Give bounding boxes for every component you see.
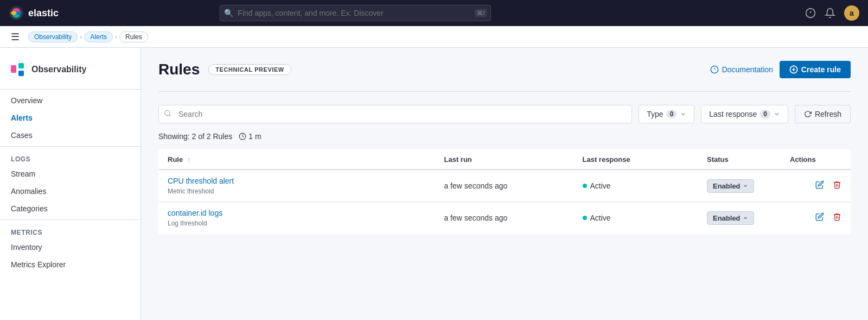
column-actions: Actions — [781, 150, 851, 170]
user-avatar[interactable]: a — [844, 5, 859, 21]
enabled-button-1[interactable]: Enabled — [707, 179, 754, 193]
cell-actions-2 — [781, 202, 851, 234]
elastic-wordmark: elastic — [28, 8, 59, 19]
rules-table: Rule ↑ Last run Last response Status Act… — [158, 149, 851, 234]
alerts-icon[interactable] — [825, 8, 835, 18]
sidebar-section-logs: Logs — [0, 149, 141, 165]
sidebar-header: Observability — [0, 57, 141, 87]
breadcrumb-observability[interactable]: Observability — [28, 32, 78, 42]
cell-rule-2: container.id logs Log threshold — [159, 202, 436, 234]
table-header: Rule ↑ Last run Last response Status Act… — [159, 150, 851, 170]
refresh-icon — [804, 110, 812, 118]
cell-actions-1 — [781, 170, 851, 202]
action-icons-2 — [790, 212, 841, 223]
sidebar-item-stream[interactable]: Stream — [0, 165, 141, 183]
column-status: Status — [698, 150, 781, 170]
rule-type-1: Metric threshold — [168, 187, 214, 195]
table-row: container.id logs Log threshold a few se… — [159, 202, 851, 234]
status-dot-2 — [583, 216, 587, 220]
status-active-1: Active — [583, 181, 690, 190]
sidebar-divider-top — [0, 89, 141, 90]
create-rule-button[interactable]: Create rule — [780, 61, 851, 78]
main-layout: Observability Overview Alerts Cases Logs… — [0, 48, 868, 320]
table-body: CPU threshold alert Metric threshold a f… — [159, 170, 851, 234]
search-icon — [164, 110, 171, 119]
sidebar-item-alerts[interactable]: Alerts — [0, 109, 141, 127]
column-lastrun: Last run — [436, 150, 574, 170]
chevron-down-icon-4 — [743, 215, 748, 221]
sidebar-logo-icon — [9, 61, 26, 78]
technical-preview-badge: TECHNICAL PREVIEW — [208, 64, 291, 75]
breadcrumb-alerts[interactable]: Alerts — [84, 32, 113, 42]
status-dot-1 — [583, 184, 587, 188]
sidebar: Observability Overview Alerts Cases Logs… — [0, 48, 141, 320]
notifications-icon[interactable] — [805, 8, 816, 18]
svg-point-3 — [11, 11, 16, 15]
sidebar-divider-logs — [0, 146, 141, 147]
delete-icon-1[interactable] — [833, 180, 841, 191]
stats-row: Showing: 2 of 2 Rules 1 m — [158, 132, 851, 141]
sidebar-item-metrics-explorer[interactable]: Metrics Explorer — [0, 256, 141, 273]
sidebar-item-overview[interactable]: Overview — [0, 92, 141, 109]
svg-rect-6 — [11, 65, 16, 73]
rule-type-2: Log threshold — [168, 219, 207, 227]
last-response-filter-button[interactable]: Last response 0 — [701, 105, 788, 123]
chevron-down-icon-2 — [774, 111, 780, 117]
sidebar-item-categories[interactable]: Categories — [0, 200, 141, 217]
sidebar-item-anomalies[interactable]: Anomalies — [0, 183, 141, 200]
search-shortcut: ⌘/ — [475, 9, 487, 17]
content-divider — [158, 91, 851, 92]
delete-icon-2[interactable] — [833, 212, 841, 223]
action-icons-1 — [790, 180, 841, 191]
cell-status-1: Enabled — [698, 170, 781, 202]
svg-rect-7 — [18, 63, 24, 68]
search-box — [158, 105, 632, 123]
header-actions: Documentation Create rule — [710, 61, 851, 78]
svg-rect-8 — [18, 71, 24, 76]
type-filter-button[interactable]: Type 0 — [639, 105, 694, 123]
svg-point-4 — [16, 11, 22, 15]
cell-lastrun-1: a few seconds ago — [436, 170, 574, 202]
main-content: Rules TECHNICAL PREVIEW Documentation Cr… — [141, 48, 868, 320]
sidebar-title: Observability — [31, 65, 86, 74]
page-header: Rules TECHNICAL PREVIEW Documentation Cr… — [158, 61, 851, 78]
cell-status-2: Enabled — [698, 202, 781, 234]
filter-row: Type 0 Last response 0 Refresh — [158, 105, 851, 123]
page-title: Rules — [158, 61, 200, 78]
rule-name-link-1[interactable]: CPU threshold alert — [168, 177, 427, 185]
last-response-count: 0 — [760, 110, 770, 118]
sidebar-item-inventory[interactable]: Inventory — [0, 239, 141, 256]
edit-icon-1[interactable] — [815, 180, 824, 191]
rule-name-link-2[interactable]: container.id logs — [168, 209, 427, 217]
type-filter-count: 0 — [667, 110, 677, 118]
cell-rule-1: CPU threshold alert Metric threshold — [159, 170, 436, 202]
breadcrumb-rules: Rules — [119, 32, 148, 42]
showing-count: Showing: 2 of 2 Rules — [158, 132, 232, 141]
edit-icon-2[interactable] — [815, 212, 824, 223]
breadcrumb-arrow-2: › — [115, 33, 117, 41]
elastic-logo[interactable]: elastic — [9, 5, 59, 21]
topnav-icons: a — [805, 5, 859, 21]
interval-value: 1 m — [248, 132, 261, 141]
documentation-button[interactable]: Documentation — [710, 65, 773, 74]
documentation-icon — [710, 65, 719, 74]
column-rule: Rule ↑ — [159, 150, 436, 170]
stats-interval: 1 m — [239, 132, 261, 141]
hamburger-menu[interactable]: ☰ — [9, 29, 22, 45]
chevron-down-icon — [680, 111, 686, 117]
sidebar-item-cases[interactable]: Cases — [0, 127, 141, 144]
clock-icon — [239, 133, 246, 140]
search-icon: 🔍 — [224, 9, 233, 17]
enabled-button-2[interactable]: Enabled — [707, 211, 754, 225]
breadcrumb-bar: ☰ Observability › Alerts › Rules — [0, 26, 868, 48]
sidebar-divider-metrics — [0, 219, 141, 220]
search-input[interactable] — [158, 105, 632, 123]
global-search-input[interactable] — [220, 5, 491, 21]
column-lastresponse: Last response — [574, 150, 699, 170]
refresh-button[interactable]: Refresh — [795, 105, 851, 123]
top-navigation: elastic 🔍 ⌘/ a — [0, 0, 868, 26]
breadcrumb-arrow-1: › — [80, 33, 82, 41]
cell-lastrun-2: a few seconds ago — [436, 202, 574, 234]
plus-icon — [789, 65, 798, 74]
chevron-down-icon-3 — [743, 183, 748, 189]
